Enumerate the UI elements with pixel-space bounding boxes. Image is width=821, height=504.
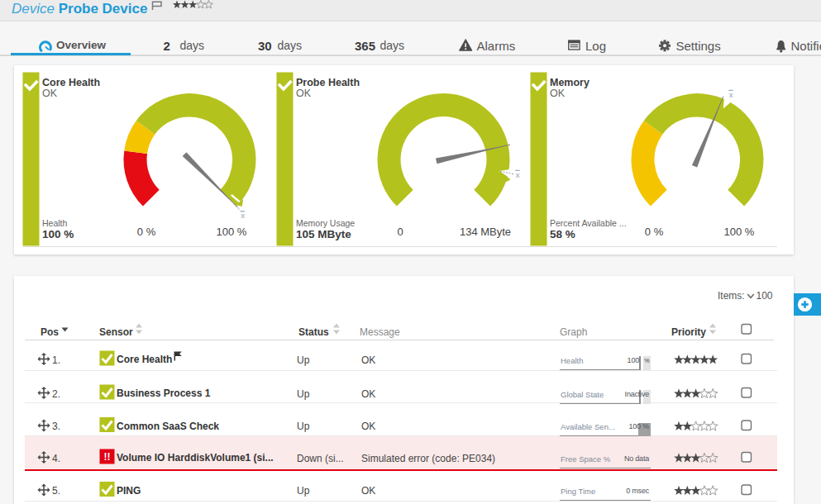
svg-text:x: x <box>728 90 733 99</box>
svg-text:x: x <box>515 170 519 179</box>
svg-text:x: x <box>241 211 245 220</box>
svg-text:!!: !! <box>103 451 110 463</box>
